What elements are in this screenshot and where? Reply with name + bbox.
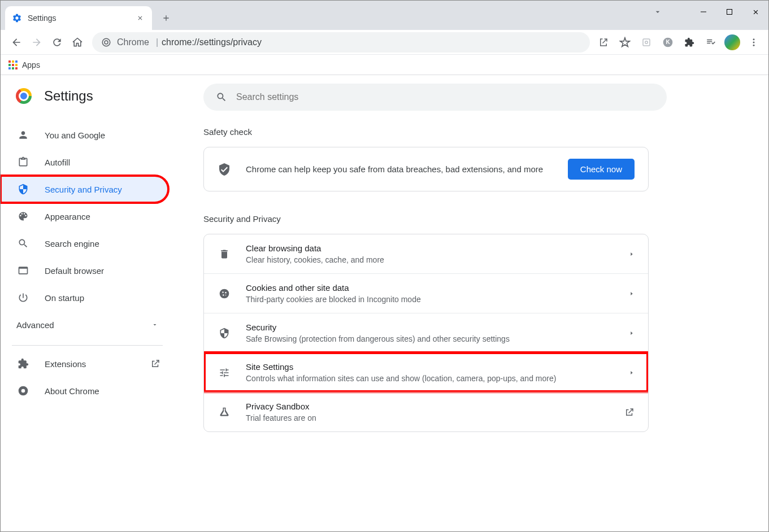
extensions-label: Extensions <box>45 359 150 369</box>
close-window-button[interactable] <box>742 1 768 23</box>
external-link-icon <box>624 407 635 417</box>
row-title: Clear browsing data <box>246 243 629 253</box>
svg-rect-4 <box>643 39 650 46</box>
svg-text:K: K <box>666 39 670 45</box>
sidebar-item-you-and-google[interactable]: You and Google <box>1 121 174 149</box>
svg-point-17 <box>225 294 227 295</box>
security-privacy-card: Clear browsing data Clear history, cooki… <box>203 234 649 432</box>
reading-list-icon[interactable] <box>702 33 720 51</box>
svg-point-9 <box>753 41 755 43</box>
trash-icon <box>218 248 231 260</box>
row-privacy-sandbox[interactable]: Privacy Sandbox Trial features are on <box>204 392 648 431</box>
site-info-icon[interactable] <box>101 37 111 47</box>
sliders-icon <box>218 367 231 378</box>
browser-toolbar: Chrome | chrome://settings/privacy K <box>1 30 768 55</box>
sidebar-item-label: Autofill <box>45 158 70 167</box>
safety-check-text: Chrome can help keep you safe from data … <box>246 164 568 174</box>
svg-point-3 <box>105 41 108 44</box>
url-origin-prefix: Chrome <box>117 37 149 47</box>
home-button[interactable] <box>67 32 88 53</box>
svg-point-16 <box>223 294 224 296</box>
window-controls <box>690 1 768 23</box>
advanced-label: Advanced <box>16 320 54 330</box>
sidebar-divider <box>12 345 163 346</box>
shield-check-icon <box>218 163 231 176</box>
flask-icon <box>218 407 231 418</box>
puzzle-icon <box>16 358 30 369</box>
extension-icon-1[interactable] <box>637 33 655 51</box>
security-privacy-heading: Security and Privacy <box>203 214 649 224</box>
sidebar-item-default-browser[interactable]: Default browser <box>1 257 174 284</box>
check-now-button[interactable]: Check now <box>568 159 635 180</box>
sidebar-item-label: On startup <box>45 293 84 303</box>
svg-point-15 <box>225 292 227 294</box>
sidebar-item-about-chrome[interactable]: About Chrome <box>1 377 174 404</box>
close-icon[interactable] <box>135 13 145 23</box>
clipboard-icon <box>16 156 30 168</box>
settings-sidebar: Settings You and Google Autofill Securit… <box>1 75 174 531</box>
row-clear-browsing-data[interactable]: Clear browsing data Clear history, cooki… <box>204 234 648 273</box>
bookmark-star-icon[interactable] <box>616 33 634 51</box>
new-tab-button[interactable] <box>158 10 175 27</box>
row-subtitle: Trial features are on <box>246 413 624 422</box>
tab-search-button[interactable] <box>653 7 662 16</box>
svg-point-14 <box>222 291 224 293</box>
apps-shortcut[interactable]: Apps <box>8 60 40 69</box>
back-button[interactable] <box>6 32 27 53</box>
power-icon <box>16 292 30 303</box>
share-icon[interactable] <box>594 33 612 51</box>
apps-grid-icon <box>8 60 18 69</box>
row-title: Privacy Sandbox <box>246 402 624 411</box>
url-separator: | <box>156 37 158 47</box>
browser-tab[interactable]: Settings <box>5 6 152 30</box>
chevron-right-icon <box>629 291 635 296</box>
search-icon <box>216 91 227 103</box>
person-icon <box>16 129 30 141</box>
sidebar-advanced-toggle[interactable]: Advanced <box>1 311 174 338</box>
sidebar-item-appearance[interactable]: Appearance <box>1 203 174 230</box>
search-settings-box[interactable] <box>203 84 667 111</box>
url-text: chrome://settings/privacy <box>162 37 262 47</box>
apps-label: Apps <box>22 60 40 69</box>
minimize-button[interactable] <box>690 1 716 23</box>
svg-point-13 <box>220 289 229 298</box>
forward-button[interactable] <box>27 32 47 53</box>
row-security[interactable]: Security Safe Browsing (protection from … <box>204 313 648 352</box>
page-title: Settings <box>44 88 93 104</box>
row-site-settings[interactable]: Site Settings Controls what information … <box>204 352 648 392</box>
sidebar-item-on-startup[interactable]: On startup <box>1 284 174 311</box>
sidebar-item-extensions[interactable]: Extensions <box>1 350 174 377</box>
gear-icon <box>12 13 22 23</box>
extension-icon-2[interactable]: K <box>659 33 677 51</box>
palette-icon <box>16 211 30 222</box>
extensions-icon[interactable] <box>680 33 698 51</box>
address-bar[interactable]: Chrome | chrome://settings/privacy <box>92 32 590 53</box>
safety-check-card: Chrome can help keep you safe from data … <box>203 147 649 191</box>
sidebar-item-autofill[interactable]: Autofill <box>1 149 174 176</box>
browser-icon <box>16 265 30 276</box>
sidebar-item-label: You and Google <box>45 130 105 140</box>
chrome-icon <box>16 385 30 396</box>
row-subtitle: Controls what information sites can use … <box>246 374 629 383</box>
row-title: Cookies and other site data <box>246 283 629 293</box>
search-settings-input[interactable] <box>236 92 654 102</box>
shield-icon <box>218 328 231 339</box>
chrome-menu-icon[interactable] <box>745 33 763 51</box>
reload-button[interactable] <box>47 32 67 53</box>
profile-avatar[interactable] <box>723 33 741 51</box>
safety-check-heading: Safety check <box>203 127 649 137</box>
cookie-icon <box>218 288 231 299</box>
row-subtitle: Clear history, cookies, cache, and more <box>246 255 629 264</box>
sidebar-item-search-engine[interactable]: Search engine <box>1 230 174 257</box>
tab-title: Settings <box>28 14 135 23</box>
chevron-right-icon <box>629 251 635 257</box>
maximize-button[interactable] <box>716 1 742 23</box>
svg-point-12 <box>21 389 25 393</box>
svg-point-8 <box>753 38 755 40</box>
settings-main-content: Safety check Chrome can help keep you sa… <box>174 75 671 531</box>
chevron-down-icon <box>151 321 158 328</box>
chrome-logo-icon <box>16 88 32 104</box>
row-cookies[interactable]: Cookies and other site data Third-party … <box>204 273 648 313</box>
sidebar-item-security-privacy[interactable]: Security and Privacy <box>1 176 168 203</box>
about-label: About Chrome <box>45 386 99 396</box>
